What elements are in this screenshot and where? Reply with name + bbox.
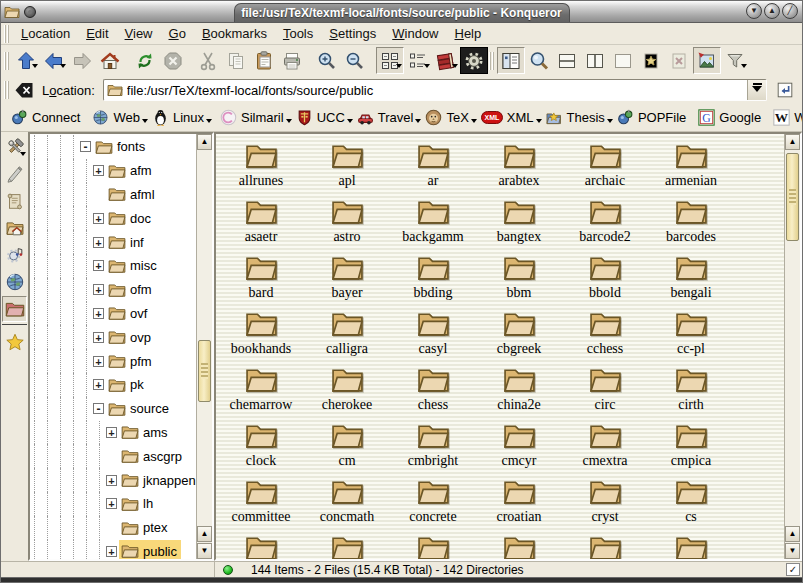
up-button[interactable] xyxy=(12,47,40,74)
menu-view[interactable]: View xyxy=(118,24,160,43)
tree-item-pfm[interactable]: +pfm xyxy=(30,349,196,373)
bookmark-connect[interactable]: Connect xyxy=(7,106,88,129)
folder-item[interactable]: bengali xyxy=(648,251,734,307)
tree-expander[interactable]: + xyxy=(93,332,104,343)
folder-item[interactable]: bayer xyxy=(304,251,390,307)
tree-expander[interactable]: + xyxy=(93,308,104,319)
location-input[interactable]: file:/usr/TeX/texmf-local/fonts/source/p… xyxy=(103,79,767,101)
tree-item-afml[interactable]: afml xyxy=(30,183,196,207)
folder-item[interactable]: china2e xyxy=(476,363,562,419)
folder-item[interactable]: chemarrow xyxy=(218,363,304,419)
menu-location[interactable]: Location xyxy=(14,24,77,43)
tree-item-ascgrp[interactable]: ascgrp xyxy=(30,444,196,468)
tree-expander[interactable]: + xyxy=(106,475,117,486)
main-scrollbar-thumb[interactable] xyxy=(786,153,799,241)
back-button[interactable] xyxy=(40,47,68,74)
tree-scroll-up-button[interactable]: ▲ xyxy=(197,134,212,150)
main-scroll-down-button[interactable]: ▼ xyxy=(785,543,800,559)
folder-item[interactable]: cs xyxy=(648,475,734,531)
show-sidebar-button[interactable] xyxy=(497,47,525,74)
tree-item-ovf[interactable]: +ovf xyxy=(30,302,196,326)
bookmark-ucc[interactable]: UCC xyxy=(292,106,353,129)
split-view-left-right-button[interactable] xyxy=(581,47,609,74)
sidebar-config-button[interactable] xyxy=(2,134,27,160)
folder-item[interactable]: circ xyxy=(562,363,648,419)
sidebar-services-button[interactable] xyxy=(2,242,27,268)
folder-item[interactable]: cmpica xyxy=(648,419,734,475)
tree-scroll-down-button[interactable]: ▼ xyxy=(197,543,212,559)
tree-expander[interactable]: - xyxy=(93,403,104,414)
toolbar-handle[interactable] xyxy=(4,52,9,70)
folder-item[interactable]: chess xyxy=(390,363,476,419)
location-value[interactable]: file:/usr/TeX/texmf-local/fonts/source/p… xyxy=(127,83,745,98)
sidebar-bookmarks-button[interactable] xyxy=(2,329,27,355)
folder-item[interactable]: archaic xyxy=(562,139,648,195)
tree-expander[interactable]: + xyxy=(93,165,104,176)
main-scroll-up2-button[interactable]: ▲ xyxy=(785,526,800,542)
bookmark-tex[interactable]: TeX xyxy=(421,106,476,129)
folder-item[interactable]: cm xyxy=(304,419,390,475)
bookmark-popfile[interactable]: POPFile xyxy=(613,106,694,129)
title-bar[interactable]: file:/usr/TeX/texmf-local/fonts/source/p… xyxy=(1,1,802,23)
tree-item-ptex[interactable]: ptex xyxy=(30,516,196,540)
folder-item[interactable]: clock xyxy=(218,419,304,475)
folder-item[interactable]: armenian xyxy=(648,139,734,195)
folder-item[interactable]: cmbright xyxy=(390,419,476,475)
tree-expander[interactable]: - xyxy=(80,141,91,152)
minimize-button[interactable]: ▼ xyxy=(746,3,762,19)
go-button[interactable] xyxy=(772,78,798,102)
tree-expander[interactable]: + xyxy=(93,237,104,248)
menu-help[interactable]: Help xyxy=(448,24,489,43)
folder-item[interactable]: bbding xyxy=(390,251,476,307)
folder-item[interactable]: allrunes xyxy=(218,139,304,195)
folder-item[interactable]: bard xyxy=(218,251,304,307)
folder-item[interactable]: barcodes xyxy=(648,195,734,251)
folder-item[interactable]: ar xyxy=(390,139,476,195)
bookmark-google[interactable]: Google xyxy=(694,106,769,129)
folder-item-partial[interactable] xyxy=(562,531,648,561)
folder-item-partial[interactable] xyxy=(648,531,734,561)
folder-item[interactable]: cchess xyxy=(562,307,648,363)
folder-item[interactable]: backgamm xyxy=(390,195,476,251)
sidebar-history-button[interactable] xyxy=(2,188,27,214)
folder-item-partial[interactable] xyxy=(390,531,476,561)
print-button[interactable] xyxy=(278,47,306,74)
sidebar-home-button[interactable] xyxy=(2,215,27,241)
icon-view-button[interactable] xyxy=(376,47,404,74)
find-file-button[interactable] xyxy=(525,47,553,74)
bookmark-xml[interactable]: XML xyxy=(477,106,542,129)
extra-toolbar-handle[interactable] xyxy=(489,52,494,70)
bookmark-web[interactable]: Web xyxy=(88,106,148,129)
folder-item[interactable]: cryst xyxy=(562,475,648,531)
menu-settings[interactable]: Settings xyxy=(322,24,383,43)
sidebar-network-button[interactable] xyxy=(2,269,27,295)
tree-item-ofm[interactable]: +ofm xyxy=(30,278,196,302)
sidebar-root-folder-button[interactable] xyxy=(2,296,27,322)
folder-item[interactable]: croatian xyxy=(476,475,562,531)
tree-expander[interactable]: + xyxy=(93,213,104,224)
file-size-view-button[interactable] xyxy=(432,47,460,74)
menu-bookmarks[interactable]: Bookmarks xyxy=(195,24,274,43)
tree-item-inf[interactable]: +inf xyxy=(30,230,196,254)
folder-item[interactable]: barcode2 xyxy=(562,195,648,251)
folder-item[interactable]: apl xyxy=(304,139,390,195)
tree-expander[interactable]: + xyxy=(106,546,117,557)
folder-item[interactable]: cmcyr xyxy=(476,419,562,475)
zoom-in-button[interactable] xyxy=(313,47,341,74)
zoom-out-button[interactable] xyxy=(341,47,369,74)
clear-location-button[interactable] xyxy=(12,77,36,104)
tree-item-fonts[interactable]: -fonts xyxy=(30,135,196,159)
bookmark-wikipedia[interactable]: Wikipedia xyxy=(769,106,803,129)
forward-button[interactable] xyxy=(68,47,96,74)
folder-item[interactable]: concrete xyxy=(390,475,476,531)
tree-item-ams[interactable]: +ams xyxy=(30,421,196,445)
bookmark-silmaril[interactable]: Silmaril xyxy=(216,106,292,129)
main-scrollbar[interactable]: ▲ ▲ ▼ xyxy=(784,134,800,559)
tree-expander[interactable]: + xyxy=(93,356,104,367)
folder-item[interactable]: cmextra xyxy=(562,419,648,475)
menu-window[interactable]: Window xyxy=(385,24,445,43)
folder-item[interactable]: astro xyxy=(304,195,390,251)
tree-expander[interactable]: + xyxy=(93,260,104,271)
folder-item[interactable]: casyl xyxy=(390,307,476,363)
folder-item[interactable]: cirth xyxy=(648,363,734,419)
